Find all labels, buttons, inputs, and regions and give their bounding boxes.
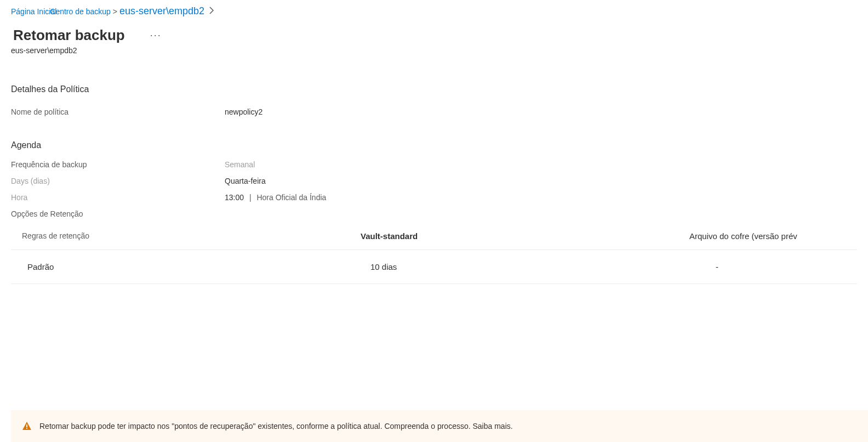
- days-row: Days (dias) Quarta-feira: [11, 177, 857, 185]
- time-value: 13:00: [225, 193, 244, 202]
- time-row: Hora 13:00 | Hora Oficial da Índia: [11, 193, 857, 202]
- warning-text: Retomar backup pode ter impacto nos "pon…: [39, 422, 513, 430]
- breadcrumb: Página Inicial Centro de backup > eus-se…: [0, 0, 868, 19]
- timezone-value: Hora Oficial da Índia: [256, 193, 326, 202]
- retention-archive-value: -: [689, 262, 857, 271]
- retention-table-header: Regras de retenção Vault-standard Arquiv…: [11, 231, 857, 250]
- days-value: Quarta-feira: [225, 177, 266, 185]
- retention-vault-value: 10 dias: [361, 262, 689, 271]
- page-subtitle: eus-server\empdb2: [0, 45, 868, 55]
- retention-options-label: Opções de Retenção: [11, 209, 857, 218]
- policy-name-label: Nome de política: [11, 107, 225, 116]
- retention-rule-name: Padrão: [11, 262, 361, 271]
- breadcrumb-backup-center-link[interactable]: Centro de backup: [50, 7, 111, 16]
- policy-name-row: Nome de política newpolicy2: [11, 107, 857, 116]
- retention-col-rules: Regras de retenção: [11, 231, 361, 241]
- schedule-section-header: Agenda: [11, 140, 857, 150]
- breadcrumb-separator: >: [113, 7, 117, 16]
- backup-frequency-row: Frequência de backup Semanal: [11, 160, 857, 169]
- time-separator: |: [249, 193, 252, 202]
- chevron-right-icon: [209, 5, 214, 17]
- table-row: Padrão 10 dias -: [11, 250, 857, 284]
- warning-icon: [22, 421, 32, 431]
- time-value-wrap: 13:00 | Hora Oficial da Índia: [225, 193, 326, 202]
- warning-bar: Retomar backup pode ter impacto nos "pon…: [11, 410, 868, 442]
- policy-section-header: Detalhes da Política: [11, 84, 857, 94]
- retention-col-vault: Vault-standard: [361, 231, 689, 241]
- more-actions-button[interactable]: ···: [150, 30, 162, 41]
- retention-col-archive: Arquivo do cofre (versão prév: [689, 231, 857, 241]
- backup-frequency-label: Frequência de backup: [11, 160, 225, 169]
- svg-rect-0: [26, 424, 27, 427]
- page-title-row: Retomar backup ···: [0, 19, 868, 45]
- time-label: Hora: [11, 193, 225, 202]
- policy-name-value: newpolicy2: [225, 107, 262, 116]
- days-label: Days (dias): [11, 177, 225, 185]
- page-title: Retomar backup: [13, 27, 125, 44]
- backup-frequency-value: Semanal: [225, 160, 255, 169]
- svg-rect-1: [26, 428, 27, 429]
- breadcrumb-current[interactable]: eus-server\empdb2: [119, 5, 204, 17]
